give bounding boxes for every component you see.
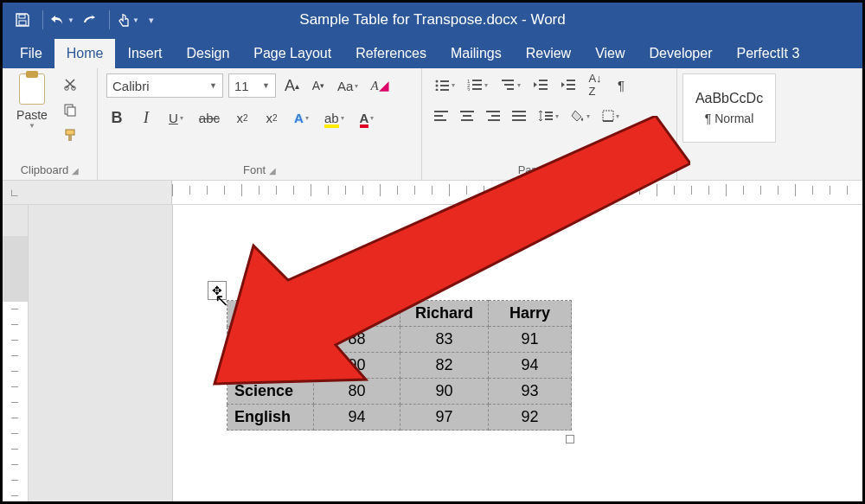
- svg-rect-43: [545, 118, 553, 120]
- table-move-handle-icon[interactable]: ✥: [208, 281, 227, 300]
- bullets-icon[interactable]: ▾: [431, 73, 458, 96]
- strikethrough-button[interactable]: abc: [195, 106, 223, 129]
- tab-file[interactable]: File: [8, 39, 54, 68]
- horizontal-ruler[interactable]: [172, 181, 862, 204]
- tab-review[interactable]: Review: [514, 39, 583, 68]
- table-header-cell[interactable]: Richard: [400, 301, 489, 327]
- svg-rect-25: [539, 88, 548, 90]
- table-cell[interactable]: Science: [227, 379, 314, 405]
- svg-rect-44: [603, 111, 613, 121]
- italic-button[interactable]: I: [136, 106, 157, 129]
- ribbon-tabs: File Home Insert Design Page Layout Refe…: [3, 37, 862, 68]
- font-size-combo[interactable]: 11▼: [228, 73, 276, 98]
- text-effects-icon[interactable]: A▾: [291, 106, 312, 129]
- sort-icon[interactable]: A↓Z: [585, 73, 606, 96]
- redo-icon[interactable]: [76, 7, 102, 33]
- tab-insert[interactable]: Insert: [115, 39, 174, 68]
- underline-button[interactable]: U▾: [165, 106, 187, 129]
- svg-rect-20: [502, 80, 514, 81]
- multilevel-list-icon[interactable]: ▾: [497, 73, 524, 96]
- tab-developer[interactable]: Developer: [638, 39, 725, 68]
- tab-mailings[interactable]: Mailings: [439, 39, 514, 68]
- highlight-icon[interactable]: ab▾: [321, 106, 348, 129]
- bold-button[interactable]: B: [106, 106, 127, 129]
- shrink-font-icon[interactable]: A▾: [308, 74, 329, 97]
- svg-rect-15: [472, 80, 482, 81]
- group-label-paragraph: Paragraph◢: [431, 160, 668, 176]
- table-cell[interactable]: History: [227, 353, 314, 379]
- svg-rect-6: [66, 130, 74, 135]
- tab-home[interactable]: Home: [54, 39, 116, 68]
- tab-selector-icon[interactable]: ∟: [10, 187, 20, 199]
- window-title: Sample Table for Transpose.docx - Word: [299, 11, 565, 29]
- table-header-cell[interactable]: Tom: [314, 301, 400, 327]
- cut-icon[interactable]: [60, 73, 80, 94]
- tab-page-layout[interactable]: Page Layout: [241, 39, 343, 68]
- table-row: Tom Richard Harry: [227, 301, 572, 327]
- clear-formatting-icon[interactable]: A◢: [367, 74, 392, 97]
- grow-font-icon[interactable]: A▴: [281, 74, 303, 97]
- superscript-button[interactable]: x2: [261, 106, 282, 129]
- paste-label: Paste: [16, 108, 48, 122]
- data-table[interactable]: Tom Richard Harry Math 88 83 91 History …: [227, 300, 572, 431]
- table-resize-handle-icon[interactable]: [566, 435, 574, 443]
- justify-icon[interactable]: [509, 105, 529, 127]
- table-cell[interactable]: 97: [400, 405, 489, 431]
- font-name-combo[interactable]: Calibri▼: [106, 73, 223, 98]
- svg-rect-1: [19, 21, 26, 25]
- align-center-icon[interactable]: [457, 105, 477, 127]
- tab-view[interactable]: View: [583, 39, 637, 68]
- show-marks-icon[interactable]: ¶: [611, 73, 631, 96]
- table-cell[interactable]: 92: [489, 405, 572, 431]
- clipboard-icon: [19, 73, 45, 105]
- subscript-button[interactable]: x2: [232, 106, 253, 129]
- table-row: English 94 97 92: [227, 405, 572, 431]
- svg-rect-34: [461, 119, 473, 121]
- svg-rect-11: [440, 85, 449, 86]
- svg-rect-22: [507, 88, 514, 90]
- save-icon[interactable]: [10, 7, 35, 33]
- table-cell[interactable]: 80: [314, 379, 400, 405]
- table-cell[interactable]: 90: [400, 379, 489, 405]
- touch-mode-icon[interactable]: ▼: [115, 7, 141, 33]
- table-cell[interactable]: 94: [314, 405, 400, 431]
- increase-indent-icon[interactable]: [557, 73, 580, 96]
- change-case-icon[interactable]: Aa▾: [334, 74, 362, 97]
- paste-button[interactable]: Paste ▼: [11, 73, 53, 146]
- font-color-icon[interactable]: A▾: [356, 106, 378, 129]
- tab-perfectit[interactable]: PerfectIt 3: [724, 39, 811, 68]
- table-cell[interactable]: 82: [400, 353, 489, 379]
- format-painter-icon[interactable]: [60, 125, 80, 146]
- table-cell[interactable]: 93: [489, 379, 572, 405]
- svg-rect-21: [504, 84, 514, 86]
- tab-references[interactable]: References: [343, 39, 439, 68]
- vertical-ruler[interactable]: [3, 205, 29, 501]
- style-normal[interactable]: AaBbCcDc ¶ Normal: [682, 73, 776, 143]
- align-right-icon[interactable]: [483, 105, 503, 127]
- document-page[interactable]: ✥ ↖ Tom Richard Harry Math 88 83 91 Hist…: [172, 205, 862, 501]
- copy-icon[interactable]: [60, 99, 80, 120]
- undo-icon[interactable]: ▼: [48, 7, 74, 33]
- qat-customize-icon[interactable]: ▾: [143, 7, 160, 33]
- shading-icon[interactable]: ▾: [567, 105, 593, 127]
- table-header-cell[interactable]: [227, 301, 314, 327]
- table-cell[interactable]: 91: [489, 327, 572, 353]
- table-header-cell[interactable]: Harry: [489, 301, 572, 327]
- table-cell[interactable]: 94: [489, 353, 572, 379]
- decrease-indent-icon[interactable]: [529, 73, 552, 96]
- table-row: Math 88 83 91: [227, 327, 572, 353]
- numbering-icon[interactable]: 123▾: [464, 73, 491, 96]
- align-left-icon[interactable]: [431, 105, 452, 127]
- borders-icon[interactable]: ▾: [599, 105, 623, 127]
- table-cell[interactable]: 88: [314, 327, 400, 353]
- table-cell[interactable]: 90: [314, 353, 400, 379]
- tab-design[interactable]: Design: [174, 39, 241, 68]
- group-label-clipboard: Clipboard◢: [11, 160, 88, 176]
- style-preview-text: AaBbCcDc: [695, 91, 763, 106]
- table-cell[interactable]: 83: [400, 327, 489, 353]
- svg-rect-33: [463, 115, 471, 117]
- table-cell[interactable]: English: [227, 405, 314, 431]
- line-spacing-icon[interactable]: ▾: [535, 105, 562, 127]
- table-cell[interactable]: Math: [227, 327, 314, 353]
- svg-rect-13: [440, 89, 449, 91]
